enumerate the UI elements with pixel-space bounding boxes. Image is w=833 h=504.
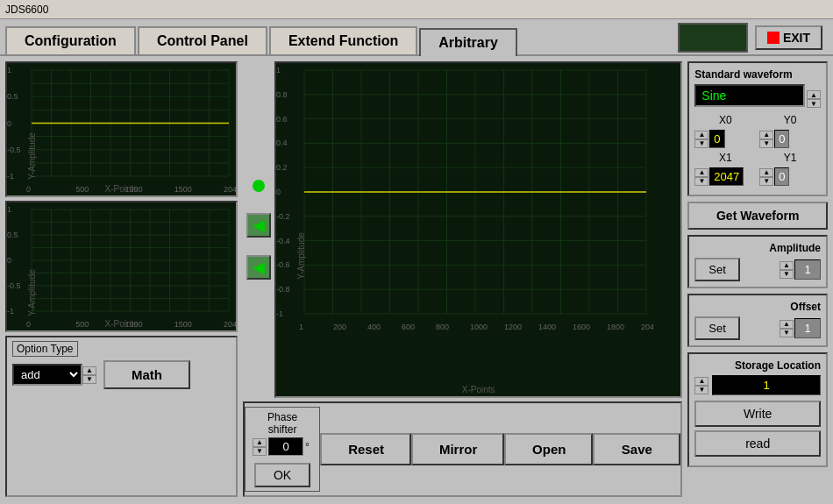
- amp-spin-down[interactable]: ▼: [780, 270, 794, 279]
- read-button[interactable]: read: [694, 430, 821, 457]
- indicator-light: [253, 180, 265, 192]
- chart-main: Y-Amplitude X-Points: [274, 61, 682, 398]
- tab-extend-function[interactable]: Extend Function: [269, 26, 417, 54]
- x0-spinner[interactable]: ▲ ▼: [694, 131, 708, 148]
- x1-value: 2047: [709, 167, 744, 186]
- arrow-col: ◀ ◀: [243, 61, 274, 398]
- storage-value-row: ▲ ▼ 1: [694, 375, 821, 395]
- x1-label: X1: [694, 152, 756, 164]
- option-spin-up[interactable]: ▲: [82, 366, 96, 375]
- amplitude-label: Amplitude: [694, 242, 821, 254]
- tab-control-panel[interactable]: Control Panel: [138, 26, 267, 54]
- storage-label: Storage Location: [694, 359, 821, 372]
- exit-button[interactable]: EXIT: [755, 25, 822, 50]
- storage-spin-up[interactable]: ▲: [694, 377, 708, 386]
- y0-value: 0: [774, 130, 789, 148]
- ok-button[interactable]: OK: [254, 463, 310, 487]
- x0-label: X0: [694, 114, 756, 126]
- option-type-spinner[interactable]: ▲ ▼: [82, 366, 96, 384]
- amplitude-set-button[interactable]: Set: [694, 258, 740, 281]
- status-light: [678, 23, 748, 53]
- right-panel: Standard waveform Sine ▲ ▼ X0 Y0 ▲ ▼ 0: [687, 61, 828, 497]
- get-waveform-button[interactable]: Get Waveform: [687, 202, 828, 230]
- phase-spinner[interactable]: ▲ ▼: [253, 438, 267, 456]
- option-type-label: Option Type: [12, 341, 78, 357]
- x1-spin-up[interactable]: ▲: [694, 168, 708, 177]
- left-panel: Y-Amplitude X-Points Y-Amplitude X-Point…: [5, 61, 238, 497]
- offset-spin-up[interactable]: ▲: [780, 320, 794, 329]
- center-panel: ◀ ◀ Y-Amplitude X-Points Phase shifter ▲…: [243, 61, 682, 497]
- storage-spin-down[interactable]: ▼: [694, 386, 708, 394]
- amplitude-value: 1: [794, 259, 821, 280]
- math-button[interactable]: Math: [103, 360, 190, 389]
- amplitude-row: Set ▲ ▼ 1: [694, 258, 821, 281]
- amplitude-spinner[interactable]: ▲ ▼: [780, 261, 794, 279]
- option-spin-down[interactable]: ▼: [82, 375, 96, 384]
- amp-spin-up[interactable]: ▲: [780, 261, 794, 270]
- offset-value: 1: [794, 318, 821, 338]
- offset-set-button[interactable]: Set: [694, 316, 740, 340]
- chart1-x-label: X-Points: [105, 184, 139, 194]
- phase-spin-up[interactable]: ▲: [253, 438, 267, 447]
- mirror-button[interactable]: Mirror: [411, 433, 504, 465]
- chart-small-2: Y-Amplitude X-Points: [5, 201, 238, 332]
- tab-configuration[interactable]: Configuration: [5, 26, 136, 54]
- y1-value: 0: [774, 167, 789, 186]
- open-button[interactable]: Open: [504, 433, 593, 465]
- standard-waveform-label: Standard waveform: [694, 68, 821, 81]
- y1-spin-up[interactable]: ▲: [759, 168, 773, 177]
- standard-waveform-section: Standard waveform Sine ▲ ▼ X0 Y0 ▲ ▼ 0: [687, 61, 828, 196]
- y1-spinner[interactable]: ▲ ▼: [759, 168, 773, 186]
- exit-icon: [767, 32, 780, 44]
- offset-spin-down[interactable]: ▼: [780, 329, 794, 337]
- y1-spin-down[interactable]: ▼: [759, 177, 773, 186]
- waveform-select-display: Sine: [694, 84, 805, 107]
- chart2-x-label: X-Points: [105, 319, 139, 329]
- x0-value: 0: [709, 130, 724, 148]
- option-type-select[interactable]: add subtract multiply: [12, 364, 82, 386]
- y0-spin-up[interactable]: ▲: [759, 131, 773, 139]
- x0-spin-down[interactable]: ▼: [694, 139, 708, 148]
- title-bar: JDS6600: [0, 0, 833, 19]
- arrow-up-button[interactable]: ◀: [246, 213, 271, 238]
- tab-arbitrary[interactable]: Arbitrary: [419, 28, 517, 56]
- x1-spinner[interactable]: ▲ ▼: [694, 168, 708, 186]
- option-type-label-box: Option Type: [12, 341, 231, 357]
- x1-spin-down[interactable]: ▼: [694, 177, 708, 186]
- phase-spin-down[interactable]: ▼: [253, 447, 267, 456]
- main-chart-x-label: X-Points: [462, 385, 495, 394]
- offset-section: Offset Set ▲ ▼ 1: [687, 294, 828, 347]
- reset-button[interactable]: Reset: [320, 433, 411, 465]
- y0-label: Y0: [759, 114, 821, 126]
- app-title: JDS6600: [5, 4, 48, 16]
- chart-small-1: Y-Amplitude X-Points: [5, 61, 238, 197]
- bottom-controls: Option Type add subtract multiply ▲ ▼ Ma…: [5, 336, 238, 497]
- arrow-down-button[interactable]: ◀: [246, 255, 271, 280]
- xy-grid: X0 Y0 ▲ ▼ 0 ▲ ▼ 0 X1 Y1: [694, 114, 821, 186]
- phase-shifter-label: Phase shifter: [253, 411, 312, 436]
- y0-spin-down[interactable]: ▼: [759, 139, 773, 148]
- save-button[interactable]: Save: [593, 433, 680, 465]
- chart1-y-label: Y-Amplitude: [27, 132, 37, 180]
- offset-label: Offset: [694, 301, 821, 313]
- main-chart-container: ◀ ◀ Y-Amplitude X-Points: [243, 61, 682, 398]
- offset-spinner[interactable]: ▲ ▼: [780, 320, 794, 337]
- phase-value-row: ▲ ▼ 0 °: [253, 437, 312, 456]
- exit-label: EXIT: [783, 31, 810, 45]
- option-row: add subtract multiply ▲ ▼ Math: [12, 360, 231, 389]
- y0-spinner[interactable]: ▲ ▼: [759, 131, 773, 148]
- degree-sign: °: [305, 441, 310, 453]
- waveform-spin-up[interactable]: ▲: [807, 90, 821, 99]
- waveform-spinner[interactable]: ▲ ▼: [807, 90, 821, 108]
- waveform-spin-down[interactable]: ▼: [807, 99, 821, 108]
- storage-spinner[interactable]: ▲ ▼: [694, 377, 708, 394]
- main-chart-y-label: Y-Amplitude: [296, 232, 306, 280]
- storage-section: Storage Location ▲ ▼ 1 Write read: [687, 352, 828, 467]
- x0-spin-up[interactable]: ▲: [694, 131, 708, 139]
- offset-row: Set ▲ ▼ 1: [694, 316, 821, 340]
- main-content: Y-Amplitude X-Points Y-Amplitude X-Point…: [0, 56, 833, 502]
- y1-label: Y1: [759, 152, 821, 164]
- chart2-y-label: Y-Amplitude: [27, 269, 37, 316]
- phase-value: 0: [268, 437, 303, 456]
- write-button[interactable]: Write: [694, 401, 821, 427]
